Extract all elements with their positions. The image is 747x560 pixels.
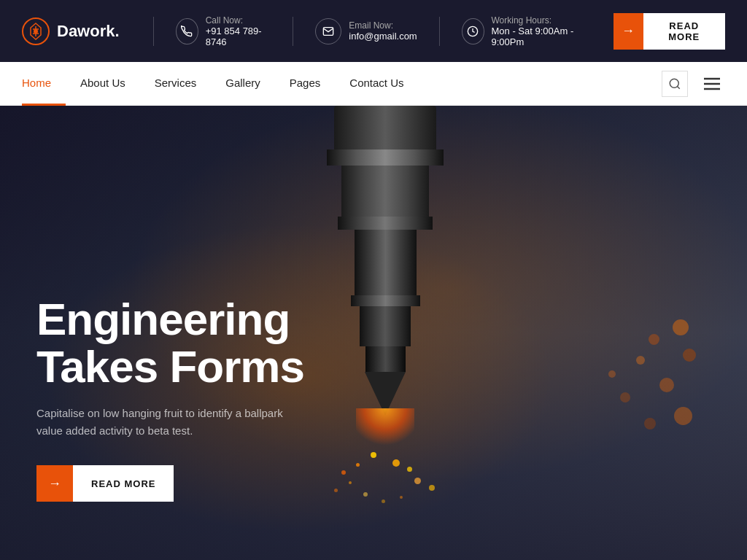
phone-value: +91 854 789-8746 xyxy=(206,26,271,47)
menu-button[interactable] xyxy=(699,71,725,97)
email-value: info@gmail.com xyxy=(349,31,417,42)
topbar-read-more-button[interactable]: READ MORE xyxy=(643,13,725,50)
divider-3 xyxy=(439,17,440,46)
phone-icon xyxy=(176,18,198,44)
svg-point-3 xyxy=(670,79,678,88)
search-button[interactable] xyxy=(662,71,688,97)
hero-subtitle: Capitalise on low hanging fruit to ident… xyxy=(36,405,285,440)
nav-item-contact[interactable]: Contact Us xyxy=(335,62,418,106)
hours-info: Working Hours: Mon - Sat 9:00Am - 9:00Pm xyxy=(462,15,592,47)
hero-read-more-button[interactable]: READ MORE xyxy=(73,465,174,502)
clock-icon xyxy=(462,18,484,44)
phone-info: Call Now: +91 854 789-8746 xyxy=(176,15,271,47)
svg-point-1 xyxy=(34,29,38,34)
hero-arrow-icon: → xyxy=(36,465,73,502)
phone-text: Call Now: +91 854 789-8746 xyxy=(206,15,271,47)
logo-icon xyxy=(22,18,50,45)
hero-content: Engineering Takes Forms Capitalise on lo… xyxy=(0,295,306,502)
hours-label: Working Hours: xyxy=(492,15,592,26)
nav-icons xyxy=(662,71,725,97)
hero-cta[interactable]: → READ MORE xyxy=(36,465,204,502)
email-label: Email Now: xyxy=(349,20,417,31)
email-info: Email Now: info@gmail.com xyxy=(315,18,417,44)
email-icon xyxy=(315,18,341,44)
nav-item-pages[interactable]: Pages xyxy=(275,62,336,106)
hamburger-icon xyxy=(704,77,720,90)
nav-item-about[interactable]: About Us xyxy=(66,62,140,106)
divider-2 xyxy=(293,17,293,46)
hours-text: Working Hours: Mon - Sat 9:00Am - 9:00Pm xyxy=(492,15,592,47)
search-icon xyxy=(668,77,681,90)
topbar-arrow-icon: → xyxy=(614,13,643,50)
nav-item-gallery[interactable]: Gallery xyxy=(211,62,275,106)
top-bar: Dawork. Call Now: +91 854 789-8746 Email… xyxy=(0,0,747,62)
divider-1 xyxy=(153,17,154,46)
email-text: Email Now: info@gmail.com xyxy=(349,20,417,42)
phone-label: Call Now: xyxy=(206,15,271,26)
navbar: Home About Us Services Gallery Pages Con… xyxy=(0,62,747,106)
nav-links: Home About Us Services Gallery Pages Con… xyxy=(22,62,662,106)
hero-section: Engineering Takes Forms Capitalise on lo… xyxy=(0,106,747,560)
nav-item-home[interactable]: Home xyxy=(22,62,66,106)
hero-title: Engineering Takes Forms xyxy=(36,295,306,390)
svg-line-4 xyxy=(677,86,679,88)
logo[interactable]: Dawork. xyxy=(22,18,131,45)
brand-name: Dawork. xyxy=(57,22,120,41)
nav-item-services[interactable]: Services xyxy=(140,62,212,106)
topbar-cta[interactable]: → READ MORE xyxy=(614,13,725,50)
hours-value: Mon - Sat 9:00Am - 9:00Pm xyxy=(492,26,592,47)
